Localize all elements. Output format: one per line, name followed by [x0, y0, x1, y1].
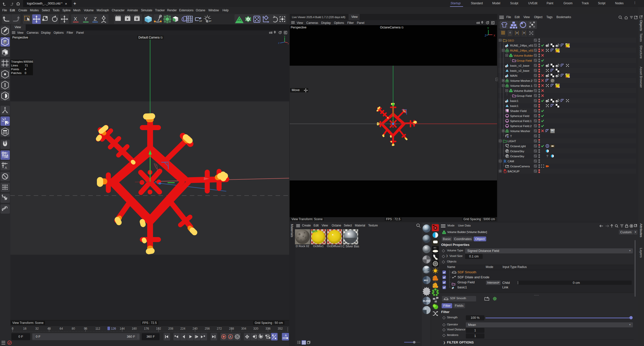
svg-text:Volume Builder: Volume Builder [514, 54, 533, 57]
svg-text:Y: Y [487, 27, 489, 30]
svg-text:A: A [230, 335, 232, 339]
svg-text:CAM: CAM [508, 160, 514, 163]
svg-text:Spherical Field: Spherical Field [510, 114, 529, 118]
svg-text:Volume Mesher.2: Volume Mesher.2 [510, 79, 533, 82]
svg-text:272: 272 [217, 327, 222, 330]
svg-text:ST: ST [209, 20, 212, 22]
svg-text:80: 80 [72, 327, 75, 330]
svg-text:RUNE_24fps_v01: RUNE_24fps_v01 [510, 49, 533, 52]
svg-text:IES: IES [434, 247, 436, 249]
svg-text:Volume Mesher: Volume Mesher [510, 130, 530, 133]
svg-text:Y: Y [84, 16, 87, 22]
svg-text:X: X [288, 43, 289, 45]
svg-text:Intersect: Intersect [487, 281, 499, 284]
svg-text:OctaneSky: OctaneSky [510, 155, 524, 158]
svg-text:Y: Y [284, 35, 285, 38]
svg-text:Z: Z [278, 42, 280, 44]
svg-text:Z: Z [485, 34, 486, 37]
svg-text:basic_v2_base: basic_v2_base [510, 64, 529, 67]
svg-text:basic1: basic1 [510, 99, 518, 102]
svg-text:BLEND: BLEND [423, 300, 430, 302]
svg-text:Z: Z [94, 16, 97, 22]
svg-text:176: 176 [144, 327, 149, 330]
svg-text:0 cm: 0 cm [573, 281, 580, 285]
svg-text:ST: ST [199, 20, 202, 22]
svg-text:Child: Child [502, 281, 510, 285]
svg-text:208: 208 [168, 327, 173, 330]
svg-text:16: 16 [23, 327, 27, 330]
svg-text:Group Field: Group Field [458, 280, 475, 284]
svg-text:OctaneSky: OctaneSky [510, 150, 524, 153]
svg-text:T: T [510, 135, 512, 138]
svg-text:MIX: MIX [424, 279, 428, 282]
svg-text:OctaneCamera: OctaneCamera [510, 165, 530, 168]
svg-text:256: 256 [205, 327, 210, 330]
svg-text:320: 320 [253, 327, 258, 330]
svg-text:352: 352 [278, 327, 283, 330]
svg-text:32: 32 [35, 327, 39, 330]
svg-text:A: A [5, 166, 7, 170]
svg-text:126: 126 [111, 327, 116, 330]
svg-text:SDF Dilate and Erode: SDF Dilate and Erode [458, 275, 489, 279]
svg-text:64: 64 [60, 327, 63, 330]
svg-text:RUNE_24fps_v01: RUNE_24fps_v01 [510, 44, 533, 47]
svg-text:Shader Field: Shader Field [510, 109, 526, 112]
svg-text:basic1: basic1 [510, 104, 518, 107]
svg-text:Group Field: Group Field [517, 94, 532, 97]
svg-text:LIGHT: LIGHT [508, 140, 516, 143]
svg-text:Link: Link [502, 285, 508, 289]
svg-text:basic1: basic1 [458, 285, 467, 289]
svg-text:Volume Builder: Volume Builder [514, 89, 533, 92]
svg-text:X: X [74, 16, 77, 22]
svg-text:A: A [285, 334, 287, 337]
svg-text:Group Field: Group Field [517, 59, 532, 62]
svg-text:MAIN: MAIN [510, 74, 517, 77]
svg-text:Spherical Field.2: Spherical Field.2 [510, 125, 532, 128]
svg-text:Volume Mesher.1: Volume Mesher.1 [510, 84, 533, 87]
svg-text:X: X [494, 34, 495, 37]
svg-text:160: 160 [132, 327, 137, 330]
svg-text:224: 224 [180, 327, 185, 330]
svg-text:304: 304 [241, 327, 246, 330]
svg-text:112: 112 [95, 327, 100, 330]
svg-text:Spherical Field.1: Spherical Field.1 [510, 120, 532, 123]
svg-text:basic_v2_base: basic_v2_base [510, 69, 529, 72]
svg-text:SDF Smooth: SDF Smooth [458, 270, 476, 274]
svg-text:GEO: GEO [508, 39, 514, 42]
svg-text:OctaneLight: OctaneLight [510, 145, 526, 148]
svg-text:BACKUP: BACKUP [508, 170, 520, 173]
